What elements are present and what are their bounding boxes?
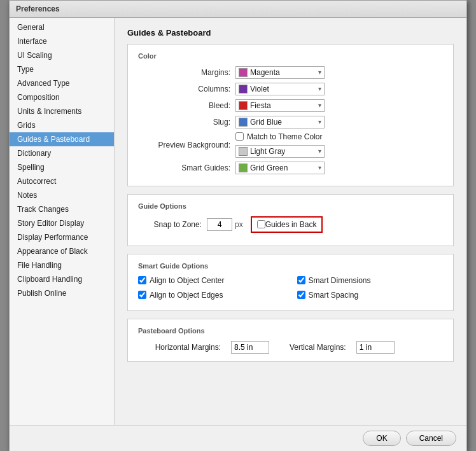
sidebar-item-display-performance[interactable]: Display Performance (10, 230, 114, 244)
sidebar-item-file-handling[interactable]: File Handling (10, 258, 114, 272)
slug-value: Grid Blue (250, 118, 282, 127)
preview-bg-value: Light Gray (250, 147, 285, 156)
preview-bg-arrow: ▾ (318, 148, 321, 155)
preview-bg-swatch (239, 147, 248, 156)
guide-options-label: Guide Options (138, 202, 443, 210)
dialog-body: GeneralInterfaceUI ScalingTypeAdvanced T… (10, 18, 466, 425)
sidebar-item-notes[interactable]: Notes (10, 188, 114, 202)
smart-guides-dropdown[interactable]: Grid Green ▾ (235, 162, 325, 174)
margins-label: Margins: (138, 68, 230, 77)
match-theme-checkbox[interactable] (235, 132, 244, 141)
dialog-footer: OK Cancel (10, 425, 466, 451)
smart-guide-label-2: Align to Object Edges (150, 291, 223, 300)
smart-guide-option-3: Smart Spacing (297, 291, 444, 300)
slug-label: Slug: (138, 118, 230, 127)
match-theme-label: Match to Theme Color (247, 132, 323, 141)
margins-arrow: ▾ (318, 69, 321, 76)
snap-row: Snap to Zone: px Guides in Back (138, 216, 443, 233)
sidebar-item-spelling[interactable]: Spelling (10, 160, 114, 174)
smart-guide-grid: Align to Object CenterSmart DimensionsAl… (138, 276, 443, 303)
slug-arrow: ▾ (318, 118, 321, 125)
sidebar-item-autocorrect[interactable]: Autocorrect (10, 174, 114, 188)
match-theme-row: Match to Theme Color (235, 132, 325, 141)
smart-guide-checkbox-1[interactable] (297, 276, 305, 284)
slug-swatch (239, 118, 248, 127)
px-label: px (235, 220, 243, 229)
bleed-label: Bleed: (138, 101, 230, 110)
ok-button[interactable]: OK (363, 431, 400, 446)
smart-guides-label: Smart Guides: (138, 163, 230, 172)
color-panel-label: Color (138, 52, 443, 60)
smart-guide-option-0: Align to Object Center (138, 276, 284, 285)
pasteboard-options-panel: Pasteboard Options Horizontal Margins: V… (127, 319, 454, 362)
sidebar-item-units-&-increments[interactable]: Units & Increments (10, 104, 114, 118)
bleed-arrow: ▾ (318, 102, 321, 109)
sidebar-item-general[interactable]: General (10, 20, 114, 34)
sidebar-item-ui-scaling[interactable]: UI Scaling (10, 48, 114, 62)
margins-value: Magenta (250, 68, 280, 77)
sidebar-item-composition[interactable]: Composition (10, 90, 114, 104)
snap-input[interactable] (207, 218, 232, 231)
color-panel: Color Margins: Magenta ▾ Columns: Violet… (127, 44, 454, 186)
smart-guide-checkbox-2[interactable] (138, 291, 146, 299)
sidebar-item-type[interactable]: Type (10, 62, 114, 76)
columns-label: Columns: (138, 85, 230, 94)
pasteboard-options-label: Pasteboard Options (138, 327, 443, 335)
snap-label: Snap to Zone: (138, 220, 202, 229)
vertical-margins-label: Vertical Margins: (290, 343, 346, 352)
sidebar-item-guides-&-pasteboard[interactable]: Guides & Pasteboard (10, 132, 114, 146)
smart-guide-options-label: Smart Guide Options (138, 262, 443, 270)
columns-value: Violet (250, 85, 269, 94)
smart-guides-value: Grid Green (250, 163, 288, 172)
pasteboard-row: Horizontal Margins: Vertical Margins: (138, 341, 443, 354)
sidebar-item-clipboard-handling[interactable]: Clipboard Handling (10, 272, 114, 286)
margins-dropdown[interactable]: Magenta ▾ (235, 66, 325, 79)
sidebar-item-dictionary[interactable]: Dictionary (10, 146, 114, 160)
sidebar-item-interface[interactable]: Interface (10, 34, 114, 48)
smart-guides-row: Smart Guides: Grid Green ▾ (138, 162, 443, 174)
guides-in-back-label: Guides in Back (265, 220, 317, 229)
margins-swatch (239, 68, 248, 77)
main-content: Guides & Pasteboard Color Margins: Magen… (115, 18, 466, 425)
columns-row: Columns: Violet ▾ (138, 83, 443, 95)
margins-row: Margins: Magenta ▾ (138, 66, 443, 79)
horizontal-margins-input[interactable] (231, 341, 269, 354)
sidebar-item-grids[interactable]: Grids (10, 118, 114, 132)
guides-in-back-checkbox[interactable] (257, 220, 265, 228)
preview-bg-label: Preview Background: (138, 141, 230, 149)
sidebar-item-publish-online[interactable]: Publish Online (10, 286, 114, 300)
smart-guide-option-1: Smart Dimensions (297, 276, 444, 285)
preview-bg-options: Match to Theme Color Light Gray ▾ (235, 132, 325, 158)
section-title: Guides & Pasteboard (127, 28, 454, 38)
sidebar-item-track-changes[interactable]: Track Changes (10, 202, 114, 216)
preview-bg-row: Preview Background: Match to Theme Color… (138, 132, 443, 158)
smart-guides-swatch (239, 163, 248, 172)
sidebar-item-advanced-type[interactable]: Advanced Type (10, 76, 114, 90)
bleed-swatch (239, 101, 248, 110)
vertical-margins-input[interactable] (356, 341, 395, 354)
preview-bg-dropdown[interactable]: Light Gray ▾ (235, 145, 325, 158)
guides-in-back-box: Guides in Back (251, 216, 323, 233)
smart-guides-arrow: ▾ (318, 164, 321, 171)
sidebar-item-story-editor-display[interactable]: Story Editor Display (10, 216, 114, 230)
sidebar-item-appearance-of-black[interactable]: Appearance of Black (10, 244, 114, 258)
bleed-value: Fiesta (250, 101, 271, 110)
slug-dropdown[interactable]: Grid Blue ▾ (235, 116, 325, 128)
smart-guide-checkbox-3[interactable] (297, 291, 305, 299)
cancel-button[interactable]: Cancel (406, 431, 456, 446)
preferences-dialog: Preferences GeneralInterfaceUI ScalingTy… (9, 0, 467, 451)
columns-dropdown[interactable]: Violet ▾ (235, 83, 325, 95)
guide-options-panel: Guide Options Snap to Zone: px Guides in… (127, 194, 454, 246)
horizontal-margins-label: Horizontal Margins: (138, 343, 221, 352)
smart-guide-label-0: Align to Object Center (150, 276, 224, 285)
sidebar: GeneralInterfaceUI ScalingTypeAdvanced T… (10, 18, 115, 425)
dialog-title: Preferences (10, 1, 466, 18)
smart-guide-options-panel: Smart Guide Options Align to Object Cent… (127, 254, 454, 311)
smart-guide-checkbox-0[interactable] (138, 276, 146, 284)
columns-arrow: ▾ (318, 85, 321, 92)
smart-guide-option-2: Align to Object Edges (138, 291, 284, 300)
slug-row: Slug: Grid Blue ▾ (138, 116, 443, 128)
smart-guide-label-1: Smart Dimensions (309, 276, 371, 285)
columns-swatch (239, 85, 248, 94)
bleed-dropdown[interactable]: Fiesta ▾ (235, 99, 325, 112)
